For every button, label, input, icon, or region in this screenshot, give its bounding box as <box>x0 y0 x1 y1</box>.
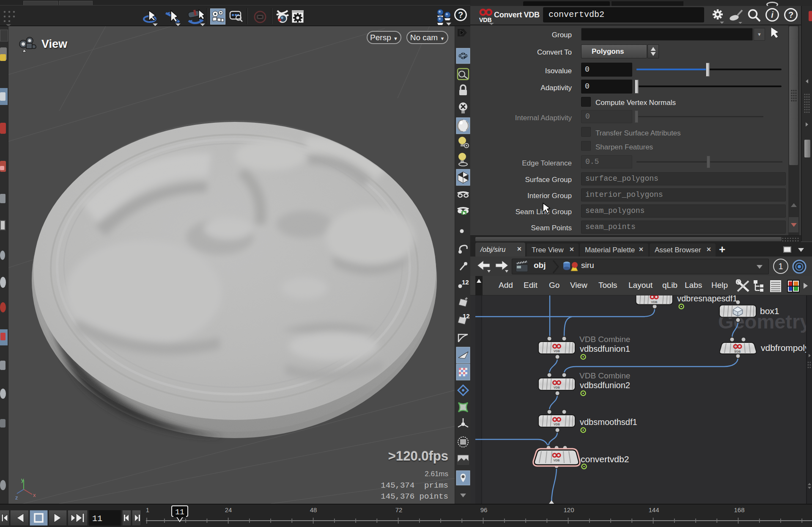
svg-text:convertvdb2: convertvdb2 <box>581 454 629 464</box>
svg-text:11: 11 <box>175 508 184 516</box>
svg-text:vdbsdfunion1: vdbsdfunion1 <box>580 344 630 353</box>
svg-text:z: z <box>15 494 18 500</box>
svg-text:72: 72 <box>395 506 403 513</box>
svg-text:box1: box1 <box>760 306 779 316</box>
svg-text:96: 96 <box>480 506 488 513</box>
svg-text:y: y <box>21 477 24 483</box>
svg-text:x: x <box>33 492 36 498</box>
svg-text:VDB: VDB <box>479 17 492 23</box>
svg-text:VDB Combine: VDB Combine <box>579 371 630 380</box>
svg-text:12: 12 <box>463 312 470 320</box>
svg-text:144: 144 <box>648 506 659 513</box>
svg-text:11: 11 <box>92 514 102 524</box>
svg-text:168: 168 <box>734 506 744 513</box>
svg-text:48: 48 <box>310 506 317 513</box>
svg-text:vdbresnapesdf1: vdbresnapesdf1 <box>677 295 737 303</box>
svg-text:vdbsmoothsdf1: vdbsmoothsdf1 <box>580 417 637 427</box>
svg-text:24: 24 <box>225 506 232 513</box>
svg-text:vdbsdfunion2: vdbsdfunion2 <box>580 381 630 390</box>
svg-text:1: 1 <box>146 506 149 513</box>
svg-text:120: 120 <box>563 506 574 513</box>
svg-text:VDB Combine: VDB Combine <box>579 335 630 344</box>
svg-text:12: 12 <box>462 279 469 286</box>
svg-text:vdbfrompolyg: vdbfrompolyg <box>761 343 812 353</box>
